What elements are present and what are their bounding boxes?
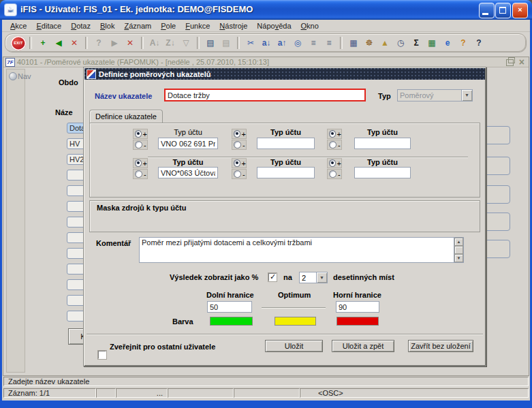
sort-ascending-icon[interactable]: A↓ xyxy=(147,36,162,50)
minus-radio[interactable]: - xyxy=(133,140,148,150)
maximize-button[interactable] xyxy=(495,3,511,18)
paste-icon[interactable]: a↑ xyxy=(275,36,290,50)
alerts-icon[interactable]: ▲ xyxy=(377,36,392,50)
save-and-back-button[interactable]: Uložit a zpět xyxy=(332,340,394,352)
save-button[interactable]: Uložit xyxy=(265,340,323,352)
optimum-color-swatch[interactable] xyxy=(275,317,316,326)
plus-radio[interactable]: + xyxy=(133,129,148,139)
plus-radio-circle[interactable] xyxy=(329,159,336,167)
save-record-icon[interactable]: ◀ xyxy=(51,36,66,50)
mdi-restore-icon[interactable] xyxy=(506,59,514,66)
plus-radio[interactable]: + xyxy=(133,158,148,168)
decimals-dropdown[interactable]: 2 ▼ xyxy=(299,272,328,283)
zverejnit-checkbox[interactable] xyxy=(98,351,106,359)
plus-radio[interactable]: + xyxy=(327,158,342,168)
new-record-icon[interactable]: + xyxy=(35,36,50,50)
menu-item-nástroje[interactable]: Nástroje xyxy=(215,21,252,31)
low-color-swatch[interactable] xyxy=(210,317,253,326)
minimize-button[interactable] xyxy=(479,3,495,18)
nazev-ukazatele-input[interactable] xyxy=(164,89,366,101)
excel-export-icon[interactable]: ▦ xyxy=(424,36,439,50)
cut-icon[interactable]: ✂ xyxy=(243,36,258,50)
minus-radio-circle[interactable] xyxy=(329,170,337,178)
minus-radio[interactable]: - xyxy=(232,140,247,150)
plus-radio-circle[interactable] xyxy=(135,159,142,167)
plus-radio-circle[interactable] xyxy=(329,130,336,138)
typ-uctu-input-r1c3[interactable] xyxy=(354,138,411,149)
calendar-icon[interactable]: ▦ xyxy=(346,36,361,50)
print-icon[interactable]: ▤ xyxy=(203,36,218,50)
plus-radio-circle[interactable] xyxy=(234,130,240,138)
mdi-close-icon[interactable]: × xyxy=(519,57,525,67)
find-icon[interactable]: ◎ xyxy=(290,36,305,50)
close-without-saving-button[interactable]: Zavřít bez uložení xyxy=(408,340,473,352)
comment-scrollbar[interactable]: ▲ ▼ xyxy=(454,238,463,262)
typ-uctu-input-r1c2[interactable] xyxy=(257,138,315,149)
typ-uctu-input-r2c3[interactable] xyxy=(354,167,411,178)
minus-radio-circle[interactable] xyxy=(234,170,241,178)
navigator-wheel-icon[interactable]: ☸ xyxy=(362,36,377,50)
high-color-swatch[interactable] xyxy=(337,317,379,326)
browser-icon[interactable]: e xyxy=(440,36,455,50)
dialog-title: Definice poměrových ukazatelů xyxy=(99,70,210,78)
nazev-ukazatele-label: Název ukazatele xyxy=(95,92,152,100)
plus-radio-label: + xyxy=(242,130,246,138)
optimum-line xyxy=(262,307,326,308)
context-help-icon[interactable]: ? xyxy=(456,36,471,50)
menu-item-blok[interactable]: Blok xyxy=(95,21,119,31)
menu-item-záznam[interactable]: Záznam xyxy=(119,21,156,31)
minus-radio-label: - xyxy=(144,170,146,178)
menu-item-dotaz[interactable]: Dotaz xyxy=(66,21,95,31)
execute-query-icon[interactable]: ▶ xyxy=(107,36,122,50)
sum-icon[interactable]: Σ xyxy=(409,36,424,50)
mdi-titlebar: 7F 40101 - /Poměrové ukazatele (FAPOMUK)… xyxy=(3,57,529,67)
filter-icon[interactable]: ▽ xyxy=(178,36,193,50)
toolbar-separator xyxy=(340,37,343,49)
typ-uctu-input-r2c2[interactable] xyxy=(257,167,315,178)
scroll-up-icon[interactable]: ▲ xyxy=(454,238,463,246)
minus-radio[interactable]: - xyxy=(327,140,342,150)
close-button[interactable]: × xyxy=(512,3,528,18)
percent-checkbox[interactable] xyxy=(268,273,277,281)
plus-radio-circle[interactable] xyxy=(234,159,240,167)
nav-radio-icon[interactable] xyxy=(9,72,17,80)
copy-icon[interactable]: a↓ xyxy=(259,36,274,50)
typ-uctu-input-r2c1[interactable] xyxy=(158,167,218,178)
plus-radio[interactable]: + xyxy=(327,129,342,139)
minus-radio-circle[interactable] xyxy=(135,170,142,178)
komentar-textarea[interactable]: Poměr mezi přijatými dotacemi a celkovým… xyxy=(139,237,464,263)
typ-uctu-input-r1c1[interactable] xyxy=(158,138,218,149)
plus-radio-circle[interactable] xyxy=(135,130,142,138)
dolni-hranice-input[interactable] xyxy=(207,301,252,313)
exit-icon[interactable]: EXIT xyxy=(11,36,26,50)
menu-item-akce[interactable]: Akce xyxy=(5,21,31,31)
menu-item-editace[interactable]: Editace xyxy=(31,21,66,31)
print-preview-icon[interactable]: ▤ xyxy=(219,36,234,50)
menu-item-pole[interactable]: Pole xyxy=(156,21,181,31)
plus-radio[interactable]: + xyxy=(232,158,247,168)
minus-radio-circle[interactable] xyxy=(234,141,241,148)
horni-hranice-input[interactable] xyxy=(336,301,379,313)
enter-query-icon[interactable]: ? xyxy=(91,36,106,50)
menu-item-okno[interactable]: Okno xyxy=(296,21,324,31)
minus-radio-circle[interactable] xyxy=(329,141,337,148)
typ-dropdown[interactable]: Poměrový ▼ xyxy=(397,89,473,101)
menu-item-nápověda[interactable]: Nápověda xyxy=(252,21,296,31)
plus-radio[interactable]: + xyxy=(232,129,247,139)
minus-radio[interactable]: - xyxy=(327,169,342,179)
cancel-query-icon[interactable]: ✕ xyxy=(123,36,138,50)
sort-descending-icon[interactable]: Z↓ xyxy=(163,36,178,50)
minus-radio-circle[interactable] xyxy=(135,141,142,148)
calculator-icon[interactable]: ◷ xyxy=(393,36,408,50)
minus-radio[interactable]: - xyxy=(232,169,247,179)
scroll-down-icon[interactable]: ▼ xyxy=(454,254,463,262)
help-icon[interactable]: ? xyxy=(471,36,486,50)
minus-radio[interactable]: - xyxy=(133,169,148,179)
record-list-icon[interactable]: ≡ xyxy=(322,36,337,50)
menu-item-funkce[interactable]: Funkce xyxy=(181,21,215,31)
tab-definice-ukazatele[interactable]: Definice ukazatele xyxy=(89,110,163,124)
scroll-thumb[interactable] xyxy=(454,246,463,254)
delete-record-icon[interactable]: ✕ xyxy=(67,36,82,50)
minus-radio-label: - xyxy=(338,170,341,178)
list-of-values-icon[interactable]: ≡ xyxy=(306,36,321,50)
